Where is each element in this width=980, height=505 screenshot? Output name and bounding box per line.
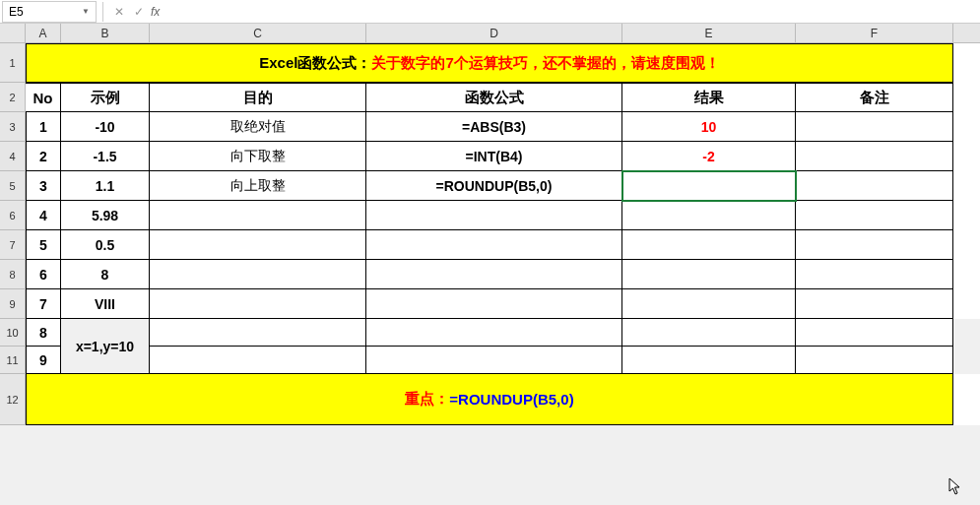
cell-d7[interactable] xyxy=(366,230,622,260)
row-header-9[interactable]: 9 xyxy=(0,289,26,319)
cell-b3[interactable]: -10 xyxy=(61,112,150,142)
cell-f11[interactable] xyxy=(796,347,953,374)
cell-a11[interactable]: 9 xyxy=(26,347,61,374)
row-header-2[interactable]: 2 xyxy=(0,83,26,112)
title-prefix: Excel函数公式： xyxy=(259,54,371,73)
row-header-6[interactable]: 6 xyxy=(0,201,26,230)
footer-label: 重点： xyxy=(405,390,449,409)
cell-e7[interactable] xyxy=(622,230,796,260)
grid-row: 3 1 -10 取绝对值 =ABS(B3) 10 xyxy=(0,112,980,142)
cell-f6[interactable] xyxy=(796,201,953,230)
cell-b4[interactable]: -1.5 xyxy=(61,142,150,171)
cell-b6[interactable]: 5.98 xyxy=(61,201,150,230)
row-header-10[interactable]: 10 xyxy=(0,319,26,347)
grid-row: 2 No 示例 目的 函数公式 结果 备注 xyxy=(0,83,980,112)
grid-row: 9 7 VIII xyxy=(0,289,980,319)
grid-row: 6 4 5.98 xyxy=(0,201,980,230)
cell-f4[interactable] xyxy=(796,142,953,171)
formula-input[interactable] xyxy=(165,1,980,23)
grid-row: 7 5 0.5 xyxy=(0,230,980,260)
cell-a6[interactable]: 4 xyxy=(26,201,61,230)
cell-b10-b11-merged[interactable]: x=1,y=10 xyxy=(61,319,150,374)
header-result[interactable]: 结果 xyxy=(622,83,796,112)
cell-b7[interactable]: 0.5 xyxy=(61,230,150,260)
cell-a4[interactable]: 2 xyxy=(26,142,61,171)
cell-a10[interactable]: 8 xyxy=(26,319,61,347)
col-header-e[interactable]: E xyxy=(622,24,796,42)
column-headers: A B C D E F xyxy=(0,24,980,43)
grid-row: 5 3 1.1 向上取整 =ROUNDUP(B5,0) xyxy=(0,171,980,201)
header-example[interactable]: 示例 xyxy=(61,83,150,112)
cell-e9[interactable] xyxy=(622,289,796,319)
cell-c4[interactable]: 向下取整 xyxy=(150,142,366,171)
footer-cell[interactable]: 重点： =ROUNDUP(B5,0) xyxy=(26,374,953,425)
col-header-f[interactable]: F xyxy=(796,24,953,42)
cell-d9[interactable] xyxy=(366,289,622,319)
cell-b9[interactable]: VIII xyxy=(61,289,150,319)
row-header-3[interactable]: 3 xyxy=(0,112,26,142)
cell-c7[interactable] xyxy=(150,230,366,260)
row-header-4[interactable]: 4 xyxy=(0,142,26,171)
header-note[interactable]: 备注 xyxy=(796,83,953,112)
cell-a3[interactable]: 1 xyxy=(26,112,61,142)
cell-f10[interactable] xyxy=(796,319,953,347)
row-header-5[interactable]: 5 xyxy=(0,171,26,201)
cell-d4[interactable]: =INT(B4) xyxy=(366,142,622,171)
name-box[interactable]: E5 ▼ xyxy=(2,1,97,23)
cancel-icon[interactable]: ✕ xyxy=(109,2,129,22)
cell-c6[interactable] xyxy=(150,201,366,230)
header-formula[interactable]: 函数公式 xyxy=(366,83,622,112)
formula-bar: E5 ▼ ✕ ✓ fx xyxy=(0,0,980,24)
name-box-dropdown-icon[interactable]: ▼ xyxy=(82,7,90,16)
header-no[interactable]: No xyxy=(26,83,61,112)
cell-c9[interactable] xyxy=(150,289,366,319)
footer-value: =ROUNDUP(B5,0) xyxy=(449,391,573,408)
cell-f8[interactable] xyxy=(796,260,953,289)
header-purpose[interactable]: 目的 xyxy=(150,83,366,112)
col-header-d[interactable]: D xyxy=(366,24,622,42)
title-body: 关于数字的7个运算技巧，还不掌握的，请速度围观！ xyxy=(371,54,719,73)
cell-e11[interactable] xyxy=(622,347,796,374)
cell-f9[interactable] xyxy=(796,289,953,319)
cell-c5[interactable]: 向上取整 xyxy=(150,171,366,201)
cell-a5[interactable]: 3 xyxy=(26,171,61,201)
cell-d3[interactable]: =ABS(B3) xyxy=(366,112,622,142)
row-header-8[interactable]: 8 xyxy=(0,260,26,289)
col-header-c[interactable]: C xyxy=(150,24,366,42)
cell-e8[interactable] xyxy=(622,260,796,289)
row-header-12[interactable]: 12 xyxy=(0,374,26,425)
grid-row: 4 2 -1.5 向下取整 =INT(B4) -2 xyxy=(0,142,980,171)
cell-c3[interactable]: 取绝对值 xyxy=(150,112,366,142)
cell-b8[interactable]: 8 xyxy=(61,260,150,289)
cell-d10[interactable] xyxy=(366,319,622,347)
cell-f5[interactable] xyxy=(796,171,953,201)
row-header-1[interactable]: 1 xyxy=(0,43,26,83)
cell-f7[interactable] xyxy=(796,230,953,260)
cell-e3[interactable]: 10 xyxy=(622,112,796,142)
cell-e4[interactable]: -2 xyxy=(622,142,796,171)
cell-a8[interactable]: 6 xyxy=(26,260,61,289)
cell-b5[interactable]: 1.1 xyxy=(61,171,150,201)
cell-d6[interactable] xyxy=(366,201,622,230)
cell-e5[interactable] xyxy=(622,171,796,201)
cell-d8[interactable] xyxy=(366,260,622,289)
cell-c11[interactable] xyxy=(150,347,366,374)
confirm-icon[interactable]: ✓ xyxy=(129,2,149,22)
cell-a9[interactable]: 7 xyxy=(26,289,61,319)
cell-d11[interactable] xyxy=(366,347,622,374)
fx-icon[interactable]: fx xyxy=(151,5,160,19)
cell-a7[interactable]: 5 xyxy=(26,230,61,260)
cell-c8[interactable] xyxy=(150,260,366,289)
cell-c10[interactable] xyxy=(150,319,366,347)
col-header-b[interactable]: B xyxy=(61,24,150,42)
cell-d5[interactable]: =ROUNDUP(B5,0) xyxy=(366,171,622,201)
col-header-a[interactable]: A xyxy=(26,24,61,42)
separator xyxy=(102,2,103,22)
row-header-7[interactable]: 7 xyxy=(0,230,26,260)
select-all-corner[interactable] xyxy=(0,24,26,42)
row-header-11[interactable]: 11 xyxy=(0,347,26,374)
cell-e6[interactable] xyxy=(622,201,796,230)
title-cell[interactable]: Excel函数公式： 关于数字的7个运算技巧，还不掌握的，请速度围观！ xyxy=(26,43,953,83)
cell-f3[interactable] xyxy=(796,112,953,142)
cell-e10[interactable] xyxy=(622,319,796,347)
